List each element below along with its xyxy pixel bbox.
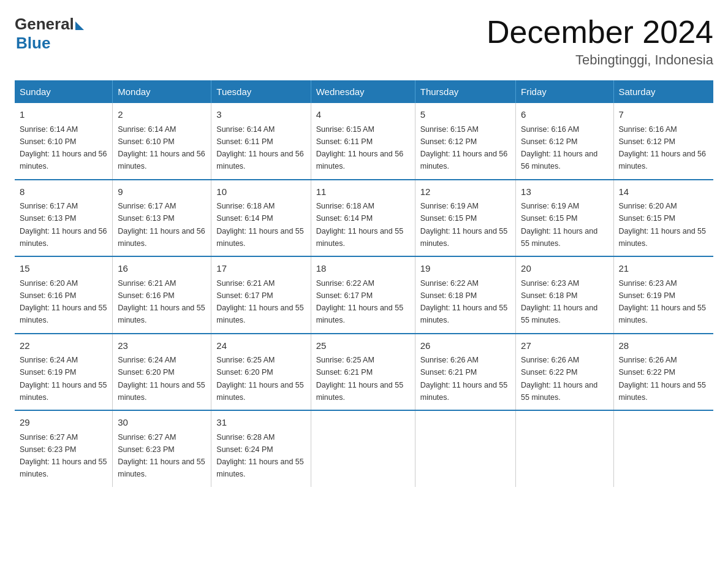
day-number: 19 bbox=[420, 262, 510, 276]
day-number: 23 bbox=[118, 339, 206, 353]
week-row-2: 8Sunrise: 6:17 AMSunset: 6:13 PMDaylight… bbox=[15, 180, 713, 257]
day-info: Sunrise: 6:22 AMSunset: 6:18 PMDaylight:… bbox=[420, 279, 507, 325]
calendar-cell: 31Sunrise: 6:28 AMSunset: 6:24 PMDayligh… bbox=[211, 410, 311, 487]
calendar-cell: 15Sunrise: 6:20 AMSunset: 6:16 PMDayligh… bbox=[15, 256, 113, 334]
day-info: Sunrise: 6:27 AMSunset: 6:23 PMDaylight:… bbox=[118, 433, 205, 479]
day-info: Sunrise: 6:22 AMSunset: 6:17 PMDaylight:… bbox=[316, 279, 403, 325]
day-info: Sunrise: 6:26 AMSunset: 6:21 PMDaylight:… bbox=[420, 356, 507, 402]
day-info: Sunrise: 6:27 AMSunset: 6:23 PMDaylight:… bbox=[20, 433, 107, 479]
logo-blue-text: Blue bbox=[16, 34, 50, 53]
day-number: 16 bbox=[118, 262, 206, 276]
day-number: 6 bbox=[521, 108, 608, 122]
day-number: 15 bbox=[20, 262, 107, 276]
day-info: Sunrise: 6:14 AMSunset: 6:10 PMDaylight:… bbox=[20, 125, 107, 171]
day-info: Sunrise: 6:18 AMSunset: 6:14 PMDaylight:… bbox=[216, 202, 303, 248]
day-number: 3 bbox=[216, 108, 305, 122]
day-number: 10 bbox=[216, 185, 305, 199]
calendar-cell bbox=[415, 410, 515, 487]
day-info: Sunrise: 6:20 AMSunset: 6:15 PMDaylight:… bbox=[619, 202, 706, 248]
calendar-cell: 25Sunrise: 6:25 AMSunset: 6:21 PMDayligh… bbox=[311, 334, 415, 411]
col-header-thursday: Thursday bbox=[415, 80, 515, 103]
calendar-cell: 7Sunrise: 6:16 AMSunset: 6:12 PMDaylight… bbox=[613, 103, 713, 180]
day-number: 18 bbox=[316, 262, 410, 276]
day-number: 28 bbox=[619, 339, 709, 353]
calendar-cell: 22Sunrise: 6:24 AMSunset: 6:19 PMDayligh… bbox=[15, 334, 113, 411]
calendar-cell: 8Sunrise: 6:17 AMSunset: 6:13 PMDaylight… bbox=[15, 180, 113, 257]
day-number: 9 bbox=[118, 185, 206, 199]
calendar-cell bbox=[516, 410, 613, 487]
day-number: 8 bbox=[20, 185, 107, 199]
week-row-5: 29Sunrise: 6:27 AMSunset: 6:23 PMDayligh… bbox=[15, 410, 713, 487]
day-info: Sunrise: 6:24 AMSunset: 6:19 PMDaylight:… bbox=[20, 356, 107, 402]
calendar-cell: 16Sunrise: 6:21 AMSunset: 6:16 PMDayligh… bbox=[113, 256, 211, 334]
col-header-tuesday: Tuesday bbox=[211, 80, 311, 103]
calendar-cell: 19Sunrise: 6:22 AMSunset: 6:18 PMDayligh… bbox=[415, 256, 515, 334]
calendar-cell: 29Sunrise: 6:27 AMSunset: 6:23 PMDayligh… bbox=[15, 410, 113, 487]
day-number: 14 bbox=[619, 185, 709, 199]
day-info: Sunrise: 6:17 AMSunset: 6:13 PMDaylight:… bbox=[118, 202, 205, 248]
logo: General Blue bbox=[15, 15, 84, 53]
week-row-1: 1Sunrise: 6:14 AMSunset: 6:10 PMDaylight… bbox=[15, 103, 713, 180]
day-number: 11 bbox=[316, 185, 410, 199]
logo-arrow-icon bbox=[75, 21, 84, 30]
day-info: Sunrise: 6:25 AMSunset: 6:21 PMDaylight:… bbox=[316, 356, 403, 402]
day-number: 1 bbox=[20, 108, 107, 122]
day-info: Sunrise: 6:20 AMSunset: 6:16 PMDaylight:… bbox=[20, 279, 107, 325]
subtitle: Tebingtinggi, Indonesia bbox=[487, 52, 713, 68]
day-number: 26 bbox=[420, 339, 510, 353]
calendar-cell bbox=[311, 410, 415, 487]
day-info: Sunrise: 6:24 AMSunset: 6:20 PMDaylight:… bbox=[118, 356, 205, 402]
calendar-cell: 17Sunrise: 6:21 AMSunset: 6:17 PMDayligh… bbox=[211, 256, 311, 334]
day-info: Sunrise: 6:23 AMSunset: 6:19 PMDaylight:… bbox=[619, 279, 706, 325]
calendar-cell: 18Sunrise: 6:22 AMSunset: 6:17 PMDayligh… bbox=[311, 256, 415, 334]
calendar-body: 1Sunrise: 6:14 AMSunset: 6:10 PMDaylight… bbox=[15, 103, 713, 487]
page-title: December 2024 bbox=[487, 15, 713, 50]
calendar-header: SundayMondayTuesdayWednesdayThursdayFrid… bbox=[15, 80, 713, 103]
calendar-cell: 14Sunrise: 6:20 AMSunset: 6:15 PMDayligh… bbox=[613, 180, 713, 257]
day-info: Sunrise: 6:17 AMSunset: 6:13 PMDaylight:… bbox=[20, 202, 107, 248]
day-number: 5 bbox=[420, 108, 510, 122]
calendar-cell: 13Sunrise: 6:19 AMSunset: 6:15 PMDayligh… bbox=[516, 180, 613, 257]
day-info: Sunrise: 6:25 AMSunset: 6:20 PMDaylight:… bbox=[216, 356, 303, 402]
calendar-cell: 1Sunrise: 6:14 AMSunset: 6:10 PMDaylight… bbox=[15, 103, 113, 180]
calendar-cell: 12Sunrise: 6:19 AMSunset: 6:15 PMDayligh… bbox=[415, 180, 515, 257]
day-info: Sunrise: 6:28 AMSunset: 6:24 PMDaylight:… bbox=[216, 433, 303, 479]
day-number: 13 bbox=[521, 185, 608, 199]
calendar-cell: 6Sunrise: 6:16 AMSunset: 6:12 PMDaylight… bbox=[516, 103, 613, 180]
calendar-cell bbox=[613, 410, 713, 487]
day-number: 30 bbox=[118, 416, 206, 430]
day-number: 17 bbox=[216, 262, 305, 276]
day-number: 2 bbox=[118, 108, 206, 122]
day-info: Sunrise: 6:23 AMSunset: 6:18 PMDaylight:… bbox=[521, 279, 597, 325]
calendar-cell: 4Sunrise: 6:15 AMSunset: 6:11 PMDaylight… bbox=[311, 103, 415, 180]
day-number: 21 bbox=[619, 262, 709, 276]
logo-general-text: General bbox=[15, 15, 74, 34]
page-header: General Blue December 2024 Tebingtinggi,… bbox=[15, 15, 713, 68]
week-row-3: 15Sunrise: 6:20 AMSunset: 6:16 PMDayligh… bbox=[15, 256, 713, 334]
day-info: Sunrise: 6:16 AMSunset: 6:12 PMDaylight:… bbox=[619, 125, 706, 171]
col-header-saturday: Saturday bbox=[613, 80, 713, 103]
calendar-cell: 27Sunrise: 6:26 AMSunset: 6:22 PMDayligh… bbox=[516, 334, 613, 411]
calendar-cell: 5Sunrise: 6:15 AMSunset: 6:12 PMDaylight… bbox=[415, 103, 515, 180]
calendar-table: SundayMondayTuesdayWednesdayThursdayFrid… bbox=[15, 80, 713, 487]
col-header-monday: Monday bbox=[113, 80, 211, 103]
day-info: Sunrise: 6:15 AMSunset: 6:11 PMDaylight:… bbox=[316, 125, 403, 171]
day-info: Sunrise: 6:16 AMSunset: 6:12 PMDaylight:… bbox=[521, 125, 597, 171]
day-number: 27 bbox=[521, 339, 608, 353]
day-number: 20 bbox=[521, 262, 608, 276]
day-info: Sunrise: 6:26 AMSunset: 6:22 PMDaylight:… bbox=[521, 356, 597, 402]
day-info: Sunrise: 6:21 AMSunset: 6:16 PMDaylight:… bbox=[118, 279, 205, 325]
day-info: Sunrise: 6:15 AMSunset: 6:12 PMDaylight:… bbox=[420, 125, 507, 171]
day-info: Sunrise: 6:21 AMSunset: 6:17 PMDaylight:… bbox=[216, 279, 303, 325]
day-number: 25 bbox=[316, 339, 410, 353]
day-info: Sunrise: 6:19 AMSunset: 6:15 PMDaylight:… bbox=[521, 202, 597, 248]
day-number: 22 bbox=[20, 339, 107, 353]
calendar-cell: 23Sunrise: 6:24 AMSunset: 6:20 PMDayligh… bbox=[113, 334, 211, 411]
calendar-cell: 9Sunrise: 6:17 AMSunset: 6:13 PMDaylight… bbox=[113, 180, 211, 257]
calendar-cell: 28Sunrise: 6:26 AMSunset: 6:22 PMDayligh… bbox=[613, 334, 713, 411]
day-info: Sunrise: 6:14 AMSunset: 6:11 PMDaylight:… bbox=[216, 125, 303, 171]
day-number: 24 bbox=[216, 339, 305, 353]
day-number: 29 bbox=[20, 416, 107, 430]
calendar-cell: 3Sunrise: 6:14 AMSunset: 6:11 PMDaylight… bbox=[211, 103, 311, 180]
col-header-wednesday: Wednesday bbox=[311, 80, 415, 103]
